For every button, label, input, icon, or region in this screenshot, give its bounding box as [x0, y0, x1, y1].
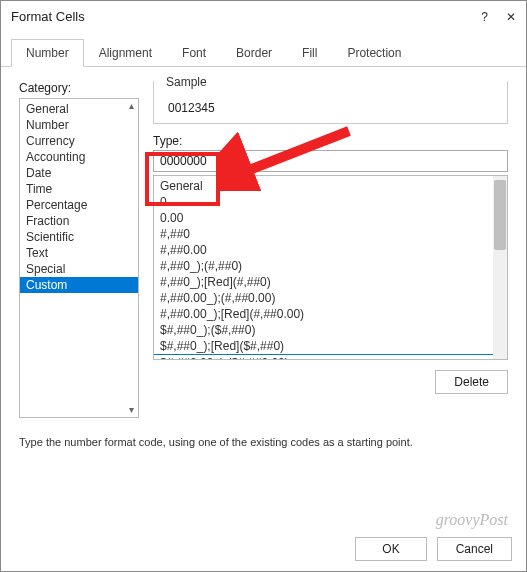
format-item[interactable]: #,##0.00_);(#,##0.00): [154, 290, 507, 306]
delete-button[interactable]: Delete: [435, 370, 508, 394]
category-item[interactable]: Date: [20, 165, 138, 181]
category-item[interactable]: Time: [20, 181, 138, 197]
format-item[interactable]: #,##0_);(#,##0): [154, 258, 507, 274]
format-item[interactable]: General: [154, 178, 507, 194]
scrollbar-thumb[interactable]: [494, 180, 506, 250]
tab-strip: Number Alignment Font Border Fill Protec…: [1, 38, 526, 67]
format-item[interactable]: 0: [154, 194, 507, 210]
format-item[interactable]: #,##0.00_);[Red](#,##0.00): [154, 306, 507, 322]
sample-label: Sample: [162, 75, 211, 89]
category-label: Category:: [19, 81, 139, 95]
category-item[interactable]: Scientific: [20, 229, 138, 245]
sample-value: 0012345: [162, 101, 499, 115]
tab-alignment[interactable]: Alignment: [84, 39, 167, 67]
hint-text: Type the number format code, using one o…: [1, 426, 526, 458]
tab-protection[interactable]: Protection: [332, 39, 416, 67]
format-item[interactable]: #,##0.00: [154, 242, 507, 258]
format-code-list[interactable]: General 0 0.00 #,##0 #,##0.00 #,##0_);(#…: [153, 175, 508, 360]
category-item[interactable]: Text: [20, 245, 138, 261]
cancel-button[interactable]: Cancel: [437, 537, 512, 561]
scrollbar[interactable]: [493, 176, 507, 359]
format-item[interactable]: #,##0_);[Red](#,##0): [154, 274, 507, 290]
category-item[interactable]: Percentage: [20, 197, 138, 213]
type-input[interactable]: [153, 150, 508, 172]
close-icon[interactable]: ✕: [506, 10, 516, 24]
category-item[interactable]: Accounting: [20, 149, 138, 165]
type-label: Type:: [153, 134, 508, 148]
format-item[interactable]: 0.00: [154, 210, 507, 226]
tab-number[interactable]: Number: [11, 39, 84, 67]
category-list[interactable]: ▴ General Number Currency Accounting Dat…: [19, 98, 139, 418]
format-item[interactable]: #,##0: [154, 226, 507, 242]
category-item-selected[interactable]: Custom: [20, 277, 138, 293]
tab-font[interactable]: Font: [167, 39, 221, 67]
category-item[interactable]: General: [20, 101, 138, 117]
category-item[interactable]: Special: [20, 261, 138, 277]
scroll-up-icon[interactable]: ▴: [125, 100, 137, 112]
watermark: groovyPost: [436, 511, 508, 529]
help-icon[interactable]: ?: [481, 10, 488, 24]
format-item[interactable]: $#,##0.00_);($#,##0.00): [154, 354, 507, 360]
category-item[interactable]: Fraction: [20, 213, 138, 229]
format-item[interactable]: $#,##0_);[Red]($#,##0): [154, 338, 507, 354]
ok-button[interactable]: OK: [355, 537, 426, 561]
scroll-down-icon[interactable]: ▾: [125, 404, 137, 416]
category-item[interactable]: Number: [20, 117, 138, 133]
format-item[interactable]: $#,##0_);($#,##0): [154, 322, 507, 338]
tab-border[interactable]: Border: [221, 39, 287, 67]
tab-fill[interactable]: Fill: [287, 39, 332, 67]
dialog-title: Format Cells: [11, 9, 85, 24]
category-item[interactable]: Currency: [20, 133, 138, 149]
